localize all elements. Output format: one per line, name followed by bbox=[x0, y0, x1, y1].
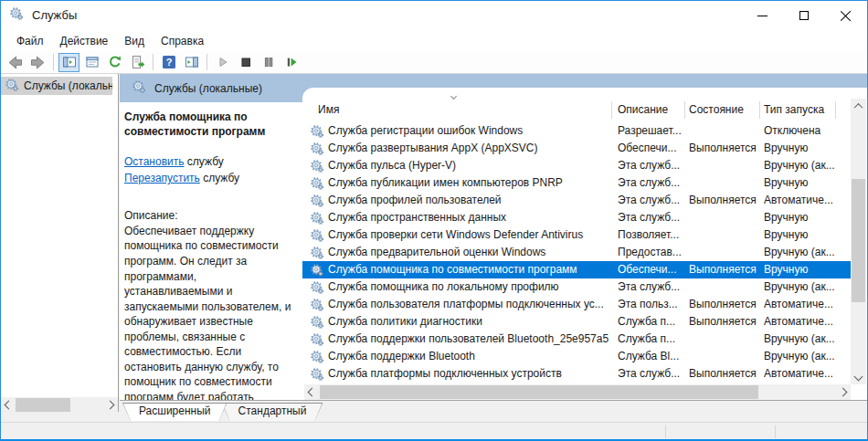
stop-service-line: Остановить службу bbox=[124, 153, 293, 170]
column-header-description[interactable]: Описание bbox=[618, 103, 668, 116]
maximize-icon bbox=[799, 11, 809, 20]
export-list-button[interactable] bbox=[127, 53, 148, 72]
scroll-left-icon[interactable] bbox=[304, 384, 320, 400]
table-row[interactable]: Служба политики диагностики Служба п... … bbox=[302, 313, 851, 331]
scrollbar-thumb[interactable] bbox=[852, 179, 865, 302]
table-row[interactable]: Служба помощника по локальному профилю Э… bbox=[302, 278, 851, 296]
menu-help[interactable]: Справка bbox=[153, 32, 212, 50]
scroll-up-icon[interactable] bbox=[851, 99, 866, 114]
scroll-left-icon[interactable] bbox=[1, 397, 16, 413]
export-list-icon bbox=[131, 55, 145, 69]
cell-description: Позволяет... bbox=[618, 228, 686, 241]
maximize-button[interactable] bbox=[783, 1, 825, 30]
restart-service-link[interactable]: Перезапустить bbox=[124, 172, 200, 184]
cell-startup-type: Вручную (ак... bbox=[764, 350, 848, 362]
column-separator[interactable] bbox=[684, 101, 685, 119]
scroll-down-icon[interactable] bbox=[851, 369, 866, 384]
cell-status: Выполняется bbox=[689, 263, 759, 276]
column-header-startup-type[interactable]: Тип запуска bbox=[764, 103, 824, 116]
cell-startup-type: Вручную bbox=[764, 211, 848, 224]
cell-startup-type: Автоматиче... bbox=[764, 367, 848, 380]
scrollbar-thumb[interactable] bbox=[320, 385, 758, 399]
restart-service-line: Перезапустить службу bbox=[124, 170, 293, 186]
tree-item-label: Службы (локальные) bbox=[24, 79, 112, 92]
help-button[interactable]: ? bbox=[158, 53, 179, 72]
column-separator[interactable] bbox=[611, 101, 612, 119]
menu-action[interactable]: Действие bbox=[52, 32, 117, 50]
stop-service-suffix: службу bbox=[185, 155, 224, 168]
show-action-pane-button[interactable] bbox=[181, 53, 202, 72]
refresh-button[interactable] bbox=[104, 53, 125, 72]
cell-name: Служба помощника по совместимости програ… bbox=[328, 263, 609, 276]
services-list-panel: Имя Описание Состояние Тип запуска Служб… bbox=[302, 88, 867, 400]
table-row[interactable]: Служба профилей пользователей Эта служб.… bbox=[302, 192, 851, 209]
cell-startup-type: Автоматиче... bbox=[764, 194, 848, 206]
start-service-button[interactable] bbox=[212, 53, 233, 72]
description-text: Обеспечивает поддержку помощника по совм… bbox=[124, 224, 293, 420]
service-gear-icon bbox=[311, 247, 323, 262]
close-button[interactable] bbox=[825, 1, 867, 30]
scroll-right-icon[interactable] bbox=[102, 397, 118, 413]
toolbar: ? bbox=[1, 51, 867, 74]
list-horizontal-scrollbar[interactable] bbox=[304, 384, 851, 400]
table-row[interactable]: Служба предварительной оценки Windows Пр… bbox=[302, 244, 851, 261]
table-row[interactable]: Служба пользователя платформы подключенн… bbox=[302, 296, 851, 313]
table-row[interactable]: Служба помощника по совместимости програ… bbox=[302, 261, 851, 278]
cell-name: Служба платформы подключенных устройств bbox=[328, 367, 609, 380]
menu-file[interactable]: Файл bbox=[8, 32, 52, 50]
table-row[interactable]: Служба пульса (Hyper-V) Эта служб... Вру… bbox=[302, 157, 851, 174]
tree-item-services-local[interactable]: Службы (локальные) bbox=[1, 77, 112, 95]
services-gear-icon bbox=[132, 80, 145, 96]
stop-service-icon bbox=[238, 55, 253, 69]
window-title: Службы bbox=[32, 8, 77, 22]
titlebar: Службы bbox=[1, 1, 867, 30]
table-row[interactable]: Служба пространственных данных Эта служб… bbox=[302, 209, 851, 226]
cell-description: Эта служб... bbox=[618, 159, 686, 172]
service-gear-icon bbox=[311, 160, 323, 175]
cell-startup-type: Вручную (ак... bbox=[764, 280, 848, 293]
scrollbar-thumb[interactable] bbox=[16, 398, 70, 412]
column-header-status[interactable]: Состояние bbox=[689, 103, 744, 116]
table-row[interactable]: Служба проверки сети Windows Defender An… bbox=[302, 226, 851, 244]
content-area: Службы (локальные) Службы (локальные) Сл… bbox=[1, 74, 867, 422]
cell-startup-type: Вручную bbox=[764, 176, 848, 189]
column-header-name[interactable]: Имя bbox=[318, 103, 339, 116]
tab-extended[interactable]: Расширенный bbox=[122, 403, 228, 421]
show-console-tree-button[interactable] bbox=[58, 53, 79, 72]
stop-service-link[interactable]: Остановить bbox=[124, 155, 185, 168]
column-separator[interactable] bbox=[835, 101, 836, 119]
table-row[interactable]: Служба поддержки пользователей Bluetooth… bbox=[302, 331, 851, 348]
table-row[interactable]: Служба развертывания AppX (AppXSVC) Обес… bbox=[302, 140, 851, 157]
table-row[interactable]: Служба регистрации ошибок Windows Разреш… bbox=[302, 122, 851, 140]
service-gear-icon bbox=[311, 264, 323, 279]
minimize-button[interactable] bbox=[741, 1, 783, 30]
column-separator[interactable] bbox=[759, 101, 760, 119]
console-tree-panel: Службы (локальные) bbox=[1, 74, 119, 412]
service-gear-icon bbox=[311, 333, 323, 349]
cell-startup-type: Отключена bbox=[764, 124, 848, 137]
table-row[interactable]: Служба платформы подключенных устройств … bbox=[302, 365, 851, 383]
back-icon bbox=[7, 55, 23, 70]
cell-description: Предостав... bbox=[618, 246, 686, 258]
properties-button[interactable] bbox=[81, 53, 102, 72]
menu-view[interactable]: Вид bbox=[116, 32, 153, 50]
table-row[interactable]: Служба публикации имен компьютеров PNRP … bbox=[302, 174, 851, 192]
statusbar bbox=[1, 422, 867, 440]
scroll-right-icon[interactable] bbox=[835, 384, 851, 400]
service-gear-icon bbox=[311, 142, 323, 158]
cell-status: Выполняется bbox=[689, 315, 759, 328]
restart-service-button[interactable] bbox=[281, 53, 302, 72]
forward-button[interactable] bbox=[27, 53, 48, 72]
cell-description: Эта служб... bbox=[618, 194, 686, 206]
tab-standard[interactable]: Стандартный bbox=[222, 403, 323, 421]
services-window: Службы Файл Действие Вид Справка bbox=[0, 0, 868, 441]
cell-description: Разрешает... bbox=[618, 124, 686, 137]
back-button[interactable] bbox=[5, 53, 26, 72]
minimize-icon bbox=[757, 16, 767, 16]
service-gear-icon bbox=[311, 281, 323, 297]
pause-service-button[interactable] bbox=[258, 53, 279, 72]
list-vertical-scrollbar[interactable] bbox=[851, 99, 866, 384]
stop-service-button[interactable] bbox=[235, 53, 256, 72]
table-row[interactable]: Служба поддержки Bluetooth Служба Bl... … bbox=[302, 348, 851, 365]
tree-horizontal-scrollbar[interactable] bbox=[1, 397, 118, 412]
